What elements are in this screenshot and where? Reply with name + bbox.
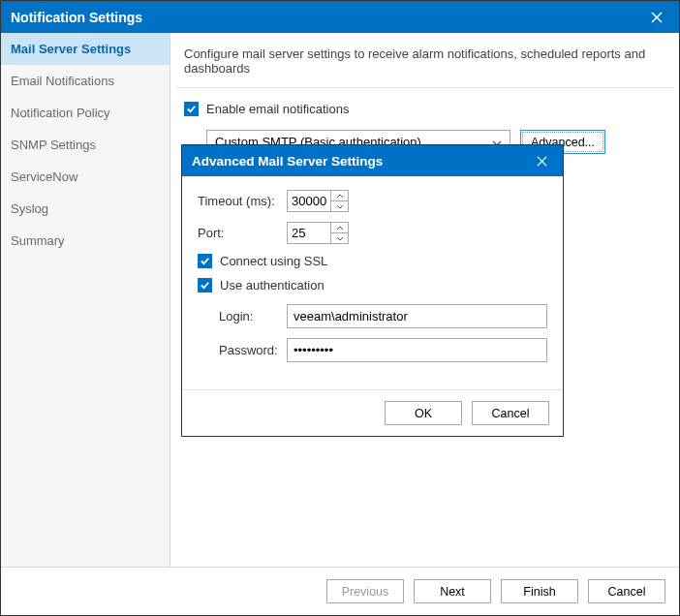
chevron-up-icon	[336, 226, 344, 231]
chevron-down-icon	[336, 236, 344, 241]
chevron-down-icon	[336, 204, 344, 209]
sidebar: Mail Server Settings Email Notifications…	[1, 33, 170, 567]
port-label: Port:	[198, 226, 279, 240]
sidebar-item-email-notifications[interactable]: Email Notifications	[1, 65, 170, 97]
chevron-up-icon	[336, 194, 344, 199]
ssl-label: Connect using SSL	[220, 254, 327, 268]
port-arrows	[330, 223, 348, 243]
enable-email-label: Enable email notifications	[206, 102, 349, 116]
sidebar-item-summary[interactable]: Summary	[1, 225, 170, 257]
main-description: Configure mail server settings to receiv…	[170, 33, 679, 87]
port-input[interactable]	[288, 223, 330, 243]
auth-checkbox[interactable]	[198, 278, 212, 293]
timeout-input[interactable]	[288, 191, 330, 211]
login-row: Login:	[219, 304, 547, 328]
port-spinner	[287, 222, 349, 244]
checkmark-icon	[200, 256, 210, 266]
port-up-button[interactable]	[331, 223, 348, 232]
ssl-row: Connect using SSL	[198, 254, 547, 268]
next-button[interactable]: Next	[414, 579, 491, 603]
sidebar-item-notification-policy[interactable]: Notification Policy	[1, 97, 170, 129]
checkmark-icon	[200, 280, 210, 291]
port-down-button[interactable]	[331, 232, 348, 243]
sidebar-item-label: Notification Policy	[11, 106, 110, 120]
finish-button-label: Finish	[523, 585, 555, 599]
previous-button-label: Previous	[342, 585, 389, 599]
sidebar-item-label: SNMP Settings	[11, 138, 96, 152]
sidebar-item-label: Summary	[11, 233, 65, 248]
close-icon	[651, 12, 663, 23]
auth-row: Use authentication	[198, 278, 547, 293]
password-label: Password:	[219, 343, 279, 357]
timeout-down-button[interactable]	[331, 200, 348, 211]
sidebar-item-label: Mail Server Settings	[11, 42, 131, 56]
timeout-label: Timeout (ms):	[198, 194, 279, 208]
sidebar-item-label: ServiceNow	[11, 169, 77, 184]
password-input[interactable]	[287, 338, 547, 362]
sidebar-item-label: Syslog	[11, 201, 48, 216]
enable-email-row: Enable email notifications	[184, 102, 665, 116]
login-input[interactable]	[287, 304, 547, 328]
ssl-checkbox[interactable]	[198, 254, 212, 268]
close-icon	[537, 156, 547, 167]
titlebar: Notification Settings	[1, 1, 679, 33]
checkmark-icon	[186, 104, 197, 114]
sidebar-item-snmp-settings[interactable]: SNMP Settings	[1, 129, 170, 161]
previous-button: Previous	[326, 579, 404, 603]
login-label: Login:	[219, 309, 279, 323]
window-close-button[interactable]	[644, 5, 669, 30]
sidebar-item-label: Email Notifications	[11, 74, 114, 88]
wizard-footer: Previous Next Finish Cancel	[1, 567, 679, 615]
next-button-label: Next	[440, 585, 465, 599]
dialog-ok-label: OK	[415, 407, 432, 420]
port-row: Port:	[198, 222, 547, 244]
timeout-arrows	[330, 191, 348, 211]
dialog-footer: OK Cancel	[182, 389, 563, 436]
window-title: Notification Settings	[11, 10, 644, 25]
dialog-cancel-button[interactable]: Cancel	[472, 401, 549, 425]
dialog-close-button[interactable]	[530, 149, 553, 172]
divider	[176, 87, 673, 88]
timeout-up-button[interactable]	[331, 191, 348, 200]
timeout-row: Timeout (ms):	[198, 190, 547, 212]
sidebar-item-servicenow[interactable]: ServiceNow	[1, 161, 170, 193]
cancel-button[interactable]: Cancel	[588, 579, 665, 603]
password-row: Password:	[219, 338, 547, 362]
notification-settings-window: Notification Settings Mail Server Settin…	[0, 0, 680, 616]
advanced-mail-server-dialog: Advanced Mail Server Settings Timeout (m…	[181, 144, 564, 437]
dialog-titlebar: Advanced Mail Server Settings	[182, 145, 563, 176]
dialog-title: Advanced Mail Server Settings	[192, 154, 383, 169]
dialog-ok-button[interactable]: OK	[385, 401, 462, 425]
cancel-button-label: Cancel	[608, 585, 646, 599]
auth-label: Use authentication	[220, 278, 325, 293]
sidebar-item-syslog[interactable]: Syslog	[1, 193, 170, 225]
enable-email-checkbox[interactable]	[184, 102, 199, 116]
sidebar-item-mail-server-settings[interactable]: Mail Server Settings	[1, 33, 170, 65]
dialog-cancel-label: Cancel	[492, 407, 530, 420]
finish-button[interactable]: Finish	[501, 579, 578, 603]
dialog-body: Timeout (ms): Port:	[182, 176, 563, 372]
timeout-spinner	[287, 190, 349, 212]
